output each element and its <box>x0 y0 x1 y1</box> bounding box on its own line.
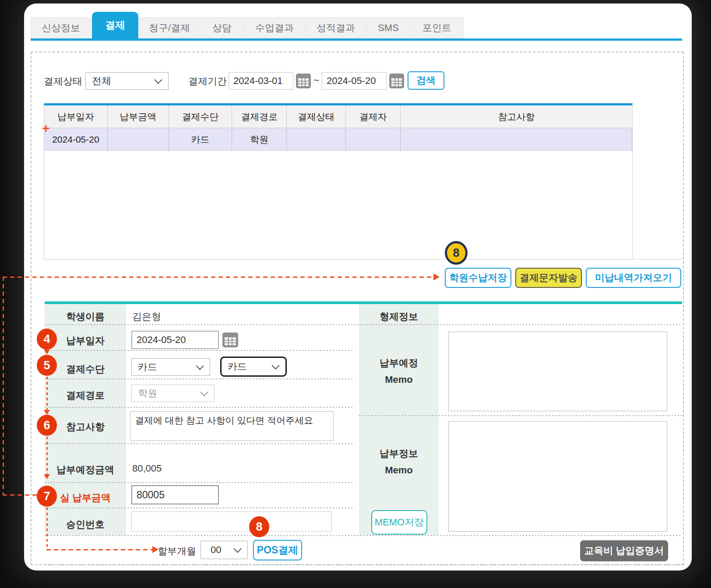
pay-method-select[interactable]: 카드 <box>131 358 210 376</box>
tab-grade-results[interactable]: 성적결과 <box>306 18 366 38</box>
note-label: 참고사항 <box>45 420 126 434</box>
tab-label: 결제 <box>105 18 125 32</box>
guide-line <box>46 377 48 410</box>
note-textarea[interactable] <box>130 411 334 441</box>
academy-receipt-save-button[interactable]: 학원수납저장 <box>445 268 511 288</box>
step-5-badge: 5 <box>37 355 57 376</box>
add-row-marker: + <box>42 122 50 135</box>
approval-number-label: 승인번호 <box>45 518 126 531</box>
pos-payment-button[interactable]: POS결제 <box>253 540 302 560</box>
row-divider <box>45 535 682 536</box>
expected-amount-value: 80,005 <box>132 463 162 474</box>
calendar-icon[interactable] <box>389 74 404 90</box>
actual-amount-input[interactable] <box>131 485 219 504</box>
installment-select[interactable]: 00 <box>201 541 248 559</box>
tab-points[interactable]: 포인트 <box>411 18 463 38</box>
cell-pay-method[interactable]: 카드 <box>169 128 232 151</box>
pay-route-select[interactable]: 학원 <box>131 385 215 402</box>
row-divider <box>45 324 682 325</box>
chevron-down-icon <box>154 76 162 84</box>
arrow-down-icon <box>44 350 50 354</box>
payment-period-label: 결제기간 <box>188 75 227 88</box>
tab-label: 신상정보 <box>42 21 80 35</box>
installment-label: 할부개월 <box>158 545 196 558</box>
guide-line <box>46 549 152 550</box>
step-8-badge: 8 <box>249 516 269 537</box>
step-4-badge: 4 <box>37 329 57 350</box>
student-name-value: 김은형 <box>132 310 161 323</box>
tab-counseling[interactable]: 상담 <box>201 18 243 38</box>
pay-route-label: 결제경로 <box>45 389 126 402</box>
actual-amount-label: 실 납부금액 <box>45 491 126 504</box>
tab-sms[interactable]: SMS <box>367 18 410 38</box>
tuition-certificate-button[interactable]: 교육비 납입증명서 <box>580 540 668 561</box>
col-header[interactable]: 결제상태 <box>287 105 346 128</box>
date-separator: ~ <box>313 75 319 86</box>
screen: 신상정보 결제 청구/결제 상담 수업결과 성적결과 SMS 포인트 결제상태 … <box>0 0 711 588</box>
date-from-input[interactable] <box>229 72 293 90</box>
cell-pay-date[interactable]: 2024-05-20 <box>44 128 108 151</box>
tab-label: 성적결과 <box>317 21 355 35</box>
pay-method-sub-value: 카드 <box>228 360 247 373</box>
row-divider <box>45 350 354 351</box>
guide-line <box>46 437 48 474</box>
planned-memo-label: 납부예정 Memo <box>359 357 439 385</box>
student-name-label: 학생이름 <box>45 310 126 323</box>
payment-status-value: 전체 <box>92 74 111 88</box>
tab-label: 수업결과 <box>255 21 294 35</box>
planned-memo-label-line2: Memo <box>359 374 439 385</box>
tab-payment[interactable]: 결제 <box>92 12 138 38</box>
payment-info-memo-textarea[interactable] <box>448 421 667 532</box>
tab-class-results[interactable]: 수업결과 <box>244 18 305 38</box>
payment-status-select[interactable]: 전체 <box>85 72 169 90</box>
fetch-unpaid-button[interactable]: 미납내역가져오기 <box>586 268 681 288</box>
payment-info-memo-label-line2: Memo <box>359 465 439 476</box>
cell-pay-status[interactable] <box>287 128 346 151</box>
payment-sms-send-button[interactable]: 결제문자발송 <box>515 268 582 288</box>
cell-payer[interactable] <box>346 128 401 151</box>
memo-label-column <box>359 304 439 535</box>
date-to-input[interactable] <box>322 72 387 90</box>
expected-amount-label: 납부예정금액 <box>45 463 126 476</box>
tab-underline <box>31 38 682 41</box>
chevron-down-icon <box>200 388 208 396</box>
col-header[interactable]: 결제수단 <box>169 105 232 128</box>
sibling-info-label: 형제정보 <box>359 310 439 323</box>
tab-billing-payment[interactable]: 청구/결제 <box>139 18 200 38</box>
approval-number-input[interactable] <box>131 511 332 532</box>
col-header[interactable]: 참고사항 <box>401 105 632 128</box>
guide-line <box>3 276 433 278</box>
chevron-down-icon <box>271 361 279 369</box>
divider-line <box>633 259 682 259</box>
pay-date-input[interactable] <box>131 331 219 349</box>
pay-method-sub-select[interactable]: 카드 <box>220 357 287 377</box>
guide-line <box>46 508 48 550</box>
row-divider <box>45 482 354 483</box>
row-divider <box>45 564 682 565</box>
table-row[interactable]: 2024-05-20 카드 학원 <box>44 128 632 151</box>
memo-save-button[interactable]: MEMO저장 <box>371 510 427 535</box>
payment-table: 납부일자 납부금액 결제수단 결제경로 결제상태 결제자 참고사항 2024-0… <box>44 103 633 259</box>
cell-pay-route[interactable]: 학원 <box>232 128 287 151</box>
search-button[interactable]: 검색 <box>408 71 444 90</box>
col-header[interactable]: 결제자 <box>346 105 401 128</box>
col-header[interactable]: 납부금액 <box>108 105 169 128</box>
row-divider <box>359 415 682 416</box>
step-8-badge: 8 <box>445 241 468 265</box>
col-header[interactable]: 납부일자 <box>44 105 108 128</box>
payment-status-label: 결제상태 <box>44 75 82 88</box>
tab-label: 청구/결제 <box>149 21 190 35</box>
col-header[interactable]: 결제경로 <box>232 105 287 128</box>
planned-memo-textarea[interactable] <box>448 332 667 411</box>
arrow-down-icon <box>44 410 50 415</box>
calendar-icon[interactable] <box>222 332 238 349</box>
payment-info-memo-label: 납부정보 Memo <box>359 447 439 476</box>
tab-personal-info[interactable]: 신상정보 <box>31 18 91 38</box>
calendar-icon[interactable] <box>296 74 311 90</box>
payment-info-memo-label-line1: 납부정보 <box>359 447 439 460</box>
row-divider <box>45 508 354 508</box>
row-divider <box>45 443 354 444</box>
guide-line <box>3 276 4 496</box>
cell-note[interactable] <box>401 128 632 151</box>
cell-pay-amount[interactable] <box>108 128 169 151</box>
